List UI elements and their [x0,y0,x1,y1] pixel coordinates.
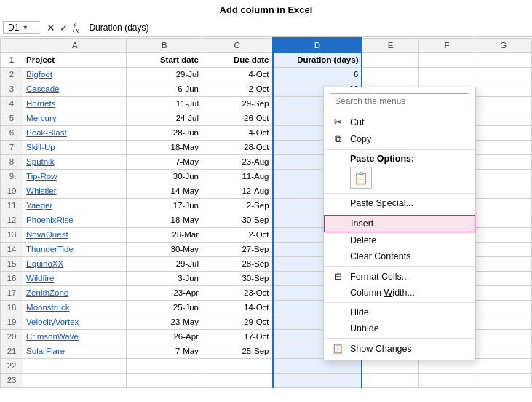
cell-G17[interactable] [475,285,532,300]
cell-C9[interactable]: 11-Aug [202,169,272,184]
cell-E1[interactable] [362,52,418,67]
cell-C18[interactable]: 14-Oct [202,300,272,315]
cell-A5[interactable]: Mercury [23,111,127,125]
cell-reference-box[interactable]: D1 ▼ [3,21,39,34]
cell-G12[interactable] [475,213,532,227]
cell-C12[interactable]: 30-Sep [202,213,272,227]
cell-D2[interactable]: 6 [273,67,362,82]
cell-B19[interactable]: 23-May [127,315,202,329]
cell-C10[interactable]: 12-Aug [202,184,272,198]
cell-B10[interactable]: 14-May [127,184,202,198]
cell-B6[interactable]: 28-Jun [127,125,202,140]
cell-G15[interactable] [475,256,532,271]
cell-G6[interactable] [475,125,532,140]
cell-G8[interactable] [475,154,532,169]
paste-clipboard-icon[interactable]: 📋 [350,167,372,189]
cell-C7[interactable]: 28-Oct [202,140,272,154]
cell-A20[interactable]: CrimsonWave [23,329,127,344]
menu-search-input[interactable] [330,93,469,109]
cell-G2[interactable] [475,67,532,82]
cell-A2[interactable]: Bigfoot [23,67,127,82]
col-header-D[interactable]: D [273,38,362,52]
cell-B1[interactable]: Start date [127,52,202,67]
cell-B20[interactable]: 26-Apr [127,329,202,344]
cell-A6[interactable]: Peak-Blast [23,125,127,140]
cell-C16[interactable]: 30-Sep [202,271,272,285]
cell-G22[interactable] [475,358,532,373]
col-header-C[interactable]: C [202,38,272,52]
cell-G16[interactable] [475,271,532,285]
menu-item-show-changes[interactable]: 📋 Show Changes [324,340,475,357]
menu-item-hide[interactable]: Hide [324,304,475,320]
cell-A14[interactable]: ThunderTide [23,242,127,256]
cell-G23[interactable] [475,373,532,387]
cell-B14[interactable]: 30-May [127,242,202,256]
cell-B11[interactable]: 17-Jun [127,198,202,213]
cancel-icon[interactable]: ✕ [47,22,55,34]
cell-B22[interactable] [127,358,202,373]
cell-G14[interactable] [475,242,532,256]
col-header-A[interactable]: A [23,38,127,52]
cell-C20[interactable]: 17-Oct [202,329,272,344]
cell-G4[interactable] [475,96,532,111]
cell-C8[interactable]: 23-Aug [202,154,272,169]
cell-B17[interactable]: 23-Apr [127,285,202,300]
col-header-F[interactable]: F [418,38,475,52]
cell-B16[interactable]: 3-Jun [127,271,202,285]
cell-F23[interactable] [418,373,475,387]
cell-G11[interactable] [475,198,532,213]
cell-C21[interactable]: 25-Sep [202,344,272,358]
cell-G21[interactable] [475,344,532,358]
cell-E22[interactable] [362,358,418,373]
cell-C2[interactable]: 4-Oct [202,67,272,82]
cell-C19[interactable]: 29-Oct [202,315,272,329]
cell-B9[interactable]: 30-Jun [127,169,202,184]
cell-B21[interactable]: 7-May [127,344,202,358]
menu-item-column-width[interactable]: Column Width... [324,285,475,301]
cell-A3[interactable]: Cascade [23,82,127,96]
cell-A17[interactable]: ZenithZone [23,285,127,300]
cell-B3[interactable]: 6-Jun [127,82,202,96]
cell-B23[interactable] [127,373,202,387]
cell-F1[interactable] [418,52,475,67]
cell-G20[interactable] [475,329,532,344]
cell-A22[interactable] [23,358,127,373]
cell-C13[interactable]: 2-Oct [202,227,272,242]
menu-item-clear-contents[interactable]: Clear Contents [324,248,475,264]
cell-D23[interactable] [273,373,362,387]
cell-G13[interactable] [475,227,532,242]
cell-B12[interactable]: 18-May [127,213,202,227]
col-header-B[interactable]: B [127,38,202,52]
cell-C23[interactable] [202,373,272,387]
cell-B2[interactable]: 29-Jul [127,67,202,82]
cell-D22[interactable] [273,358,362,373]
cell-E23[interactable] [362,373,418,387]
cell-A21[interactable]: SolarFlare [23,344,127,358]
cell-F2[interactable] [418,67,475,82]
cell-A1[interactable]: Project [23,52,127,67]
cell-A11[interactable]: Yaeger [23,198,127,213]
cell-C14[interactable]: 27-Sep [202,242,272,256]
cell-F22[interactable] [418,358,475,373]
menu-item-unhide[interactable]: Unhide [324,320,475,336]
cell-B8[interactable]: 7-May [127,154,202,169]
cell-C17[interactable]: 23-Oct [202,285,272,300]
function-icon[interactable]: fx [73,21,79,34]
menu-item-paste-special[interactable]: Paste Special... [324,195,475,211]
cell-C3[interactable]: 2-Oct [202,82,272,96]
cell-C5[interactable]: 26-Oct [202,111,272,125]
cell-G9[interactable] [475,169,532,184]
cell-B7[interactable]: 18-May [127,140,202,154]
cell-B18[interactable]: 25-Jun [127,300,202,315]
menu-item-copy[interactable]: ⧉ Copy [324,130,475,148]
cell-C4[interactable]: 29-Sep [202,96,272,111]
cell-C6[interactable]: 4-Oct [202,125,272,140]
menu-item-format-cells[interactable]: ⊞ Format Cells... [324,268,475,285]
col-header-E[interactable]: E [362,38,418,52]
cell-C11[interactable]: 2-Sep [202,198,272,213]
cell-B4[interactable]: 11-Jul [127,96,202,111]
col-header-G[interactable]: G [475,38,532,52]
cell-D1[interactable]: Duration (days) [273,52,362,67]
cell-A7[interactable]: Skill-Up [23,140,127,154]
confirm-icon[interactable]: ✓ [60,22,68,34]
